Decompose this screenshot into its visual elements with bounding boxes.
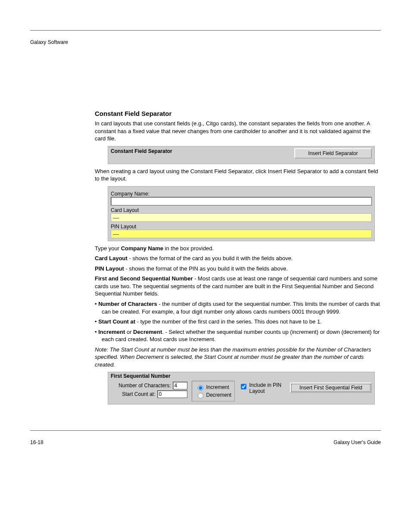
bullet-0: • Number of Characters - the number of d… [102, 300, 381, 315]
top-rule [30, 30, 381, 31]
decrement-radio[interactable] [198, 393, 203, 398]
constant-field-separator-panel: Constant Field Separator Insert Field Se… [108, 146, 375, 164]
card-layout-line: Card Layout - shows the format of the ca… [95, 255, 381, 262]
card-layout-label: Card Layout [111, 207, 372, 213]
num-chars-label: Number of Characters: [118, 383, 171, 389]
const-sep-after: When creating a card layout using the Co… [95, 168, 381, 183]
company-name-input[interactable] [111, 197, 372, 205]
seq-lead: First and Second Sequential Number - Mos… [95, 275, 381, 298]
pin-layout-line: PIN Layout - shows the format of the PIN… [95, 265, 381, 273]
const-sep-panel-title: Constant Field Separator [111, 148, 172, 154]
insert-field-separator-button[interactable]: Insert Field Separator [294, 148, 372, 159]
first-sequential-title: First Sequential Number [111, 373, 372, 379]
header-left: Galaxy Software [30, 39, 381, 45]
increment-decrement-group: Increment Decrement [192, 381, 235, 401]
increment-radio-label[interactable]: Increment [196, 384, 231, 391]
insert-first-sequential-button[interactable]: Insert First Sequential Field [290, 383, 372, 393]
seq-note: Note: The Start Count at number must be … [95, 346, 381, 369]
pin-layout-label: PIN Layout [111, 224, 372, 230]
company-name-label: Company Name: [111, 191, 372, 197]
bottom-rule [30, 430, 381, 431]
include-in-pin-checkbox[interactable] [241, 384, 246, 389]
num-chars-input[interactable] [173, 382, 187, 389]
bullet-1: • Start Count at - type the number of th… [102, 318, 381, 326]
include-in-pin-label: Include in PIN Layout [249, 383, 286, 395]
decrement-radio-label[interactable]: Decrement [196, 392, 231, 398]
footer-left: 16-18 [30, 439, 44, 445]
decrement-text: Decrement [206, 392, 232, 398]
const-sep-heading: Constant Field Separator [95, 110, 381, 117]
start-count-label: Start Count at: [122, 391, 155, 397]
company-name-line: Type your Company Name in the box provid… [95, 245, 381, 252]
bullet-2: • Increment or Decrement. - Select wheth… [102, 328, 381, 343]
increment-radio[interactable] [198, 385, 203, 391]
first-sequential-panel: First Sequential Number Number of Charac… [108, 372, 375, 404]
start-count-input[interactable] [157, 390, 187, 398]
footer-right: Galaxy User's Guide [333, 439, 381, 445]
company-layout-panel: Company Name: Card Layout — PIN Layout — [108, 186, 375, 241]
increment-text: Increment [206, 384, 229, 390]
card-layout-readonly: — [111, 213, 372, 222]
pin-layout-readonly: — [111, 230, 372, 238]
const-sep-body: In card layouts that use constant fields… [95, 120, 381, 143]
